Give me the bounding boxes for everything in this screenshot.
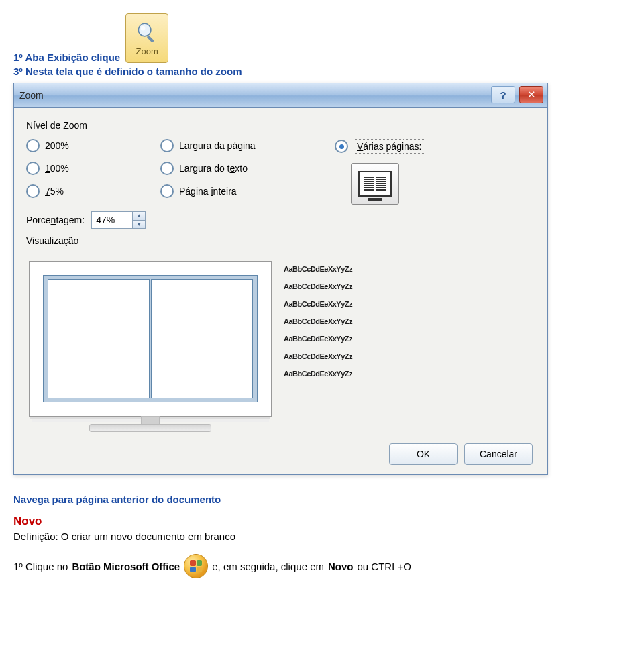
radio-largura-pagina[interactable]: Largura da página (160, 139, 315, 152)
novo-definition: Definição: O criar um novo documento em … (13, 531, 631, 542)
multi-pages-icon (358, 171, 392, 197)
porcentagem-input[interactable] (92, 212, 132, 228)
multi-pages-selector[interactable] (351, 163, 399, 205)
intro-line2: 3º Nesta tela que é definido o tamanho d… (13, 66, 631, 77)
visualizacao-label: Visualização (26, 235, 535, 246)
svg-point-1 (141, 25, 146, 30)
sample-text: AaBbCcDdEeXxYyZz (284, 370, 533, 378)
radio-75[interactable]: 75% (26, 184, 140, 198)
radio-icon (335, 140, 348, 153)
nivel-de-zoom-label: Nível de Zoom (26, 120, 535, 131)
ok-button[interactable]: OK (389, 443, 458, 465)
text-preview: AaBbCcDdEeXxYyZz AaBbCcDdEeXxYyZz AaBbCc… (284, 261, 533, 417)
radio-pagina-inteira-label: Página inteira (179, 186, 237, 197)
radio-icon (26, 162, 40, 175)
spinner-up[interactable]: ▲ (133, 212, 145, 221)
final-bold1: Botão Microsoft Office (72, 561, 180, 572)
spinner-down[interactable]: ▼ (133, 221, 145, 229)
magnifier-icon (136, 21, 158, 44)
radio-100[interactable]: 100% (26, 162, 140, 175)
dialog-titlebar: Zoom ? ✕ (14, 83, 547, 108)
final-instruction: 1º Clique no Botão Microsoft Office e, e… (13, 554, 631, 578)
radio-largura-texto-label: Largura do texto (179, 163, 248, 174)
preview-page (48, 279, 150, 398)
zoom-dialog: Zoom ? ✕ Nível de Zoom 200% 100% 75% (13, 83, 548, 475)
office-button-icon (184, 554, 208, 578)
navega-text: Navega para página anterior do documento (13, 494, 631, 505)
monitor-preview (29, 261, 272, 417)
sample-text: AaBbCcDdEeXxYyZz (284, 265, 533, 273)
intro-line1: 1º Aba Exibição clique (13, 52, 120, 63)
zoom-ribbon-label: Zoom (136, 46, 158, 56)
radio-icon (160, 139, 174, 152)
radio-75-label: 75% (45, 186, 64, 197)
cancel-button[interactable]: Cancelar (464, 443, 533, 465)
radio-varias-paginas[interactable]: Várias páginas: (335, 139, 523, 154)
sample-text: AaBbCcDdEeXxYyZz (284, 282, 533, 290)
radio-icon (26, 184, 40, 198)
sample-text: AaBbCcDdEeXxYyZz (284, 317, 533, 325)
porcentagem-label: Porcentagem: (26, 215, 85, 225)
preview-page (151, 279, 253, 398)
svg-point-0 (138, 23, 151, 36)
svg-rect-2 (147, 35, 154, 42)
close-button[interactable]: ✕ (519, 86, 543, 103)
novo-heading: Novo (13, 514, 631, 528)
radio-icon (160, 162, 174, 175)
radio-varias-paginas-label: Várias páginas: (354, 139, 425, 154)
sample-text: AaBbCcDdEeXxYyZz (284, 335, 533, 343)
help-button[interactable]: ? (491, 86, 515, 103)
final-part2: e, em seguida, clique em (212, 561, 324, 572)
porcentagem-spinner[interactable]: ▲ ▼ (91, 211, 146, 229)
radio-100-label: 100% (45, 163, 69, 174)
preview-area: AaBbCcDdEeXxYyZz AaBbCcDdEeXxYyZz AaBbCc… (26, 254, 535, 437)
final-part1: 1º Clique no (13, 561, 68, 572)
sample-text: AaBbCcDdEeXxYyZz (284, 352, 533, 360)
final-part3: ou CTRL+O (357, 561, 411, 572)
zoom-ribbon-button[interactable]: Zoom (125, 13, 168, 63)
radio-icon (26, 139, 40, 152)
radio-200-label: 200% (45, 140, 69, 151)
radio-pagina-inteira[interactable]: Página inteira (160, 184, 315, 198)
radio-largura-texto[interactable]: Largura do texto (160, 162, 315, 175)
radio-largura-pagina-label: Largura da página (179, 140, 256, 151)
dialog-title: Zoom (19, 90, 44, 101)
sample-text: AaBbCcDdEeXxYyZz (284, 300, 533, 308)
radio-icon (160, 184, 174, 198)
radio-200[interactable]: 200% (26, 139, 140, 152)
final-bold2: Novo (328, 561, 354, 572)
